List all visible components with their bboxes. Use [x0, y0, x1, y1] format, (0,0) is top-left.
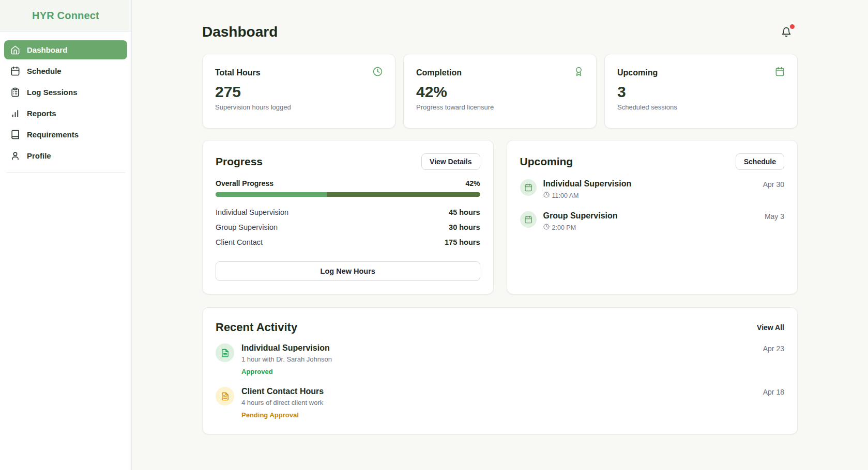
stat-card-total-hours: Total Hours 275 Supervision hours logged — [202, 54, 395, 129]
middle-row: Progress View Details Overall Progress 4… — [202, 140, 798, 294]
book-icon — [10, 130, 20, 139]
breakdown-label: Client Contact — [216, 238, 263, 246]
activity-description: 4 hours of direct client work — [241, 399, 756, 406]
breakdown-row: Individual Supervision 45 hours — [216, 208, 480, 216]
sidebar-item-profile[interactable]: Profile — [4, 146, 127, 165]
stat-label: Upcoming — [617, 68, 658, 77]
stat-value: 3 — [617, 83, 785, 101]
clock-icon — [543, 224, 550, 231]
session-time: 2:00 PM — [552, 224, 576, 231]
file-text-icon — [216, 343, 234, 362]
sidebar: HYR Connect Dashboard Schedule Log Sessi… — [0, 0, 132, 470]
session-date: May 3 — [765, 211, 784, 221]
sidebar-item-label: Reports — [27, 109, 56, 118]
session-date: Apr 30 — [763, 179, 784, 189]
breakdown-row: Client Contact 175 hours — [216, 238, 480, 246]
notification-dot — [790, 24, 795, 29]
clock-icon — [373, 67, 383, 79]
overall-progress-value: 42% — [465, 179, 480, 187]
status-badge: Approved — [241, 368, 756, 375]
sidebar-item-log-sessions[interactable]: Log Sessions — [4, 83, 127, 102]
session-time: 11:00 AM — [552, 192, 579, 199]
sidebar-item-label: Dashboard — [27, 45, 67, 54]
main-area: Dashboard Total Hours — [132, 0, 868, 470]
activity-row[interactable]: Individual Supervision 1 hour with Dr. S… — [216, 343, 784, 375]
progress-card-title: Progress — [216, 155, 263, 168]
breakdown-value: 45 hours — [449, 208, 480, 216]
bell-icon — [781, 31, 791, 39]
recent-activity-card: Recent Activity View All Individual Supe… — [202, 307, 798, 434]
view-details-button[interactable]: View Details — [421, 153, 480, 170]
stat-value: 42% — [416, 83, 584, 101]
activity-date: Apr 18 — [763, 387, 784, 396]
progress-bar — [216, 192, 480, 197]
session-title: Individual Supervision — [543, 179, 756, 189]
upcoming-card: Upcoming Schedule Individual Supervision — [507, 140, 798, 294]
stat-label: Total Hours — [215, 68, 261, 77]
sidebar-divider — [6, 173, 125, 173]
log-new-hours-button[interactable]: Log New Hours — [216, 261, 480, 281]
award-icon — [574, 67, 584, 79]
breakdown-row: Group Supervision 30 hours — [216, 223, 480, 231]
breakdown-label: Individual Supervision — [216, 208, 288, 216]
notifications-button[interactable] — [781, 27, 791, 39]
page-title: Dashboard — [202, 24, 278, 40]
sidebar-item-dashboard[interactable]: Dashboard — [4, 40, 127, 59]
stat-description: Supervision hours logged — [215, 103, 383, 111]
stat-description: Progress toward licensure — [416, 103, 584, 111]
bar-chart-icon — [10, 108, 20, 118]
breakdown-label: Group Supervision — [216, 223, 278, 231]
page-header: Dashboard — [202, 24, 798, 40]
stats-row: Total Hours 275 Supervision hours logged… — [202, 54, 798, 129]
activity-description: 1 hour with Dr. Sarah Johnson — [241, 355, 756, 363]
calendar-icon — [775, 67, 785, 79]
calendar-icon — [520, 211, 537, 228]
sidebar-item-requirements[interactable]: Requirements — [4, 125, 127, 144]
app-logo: HYR Connect — [32, 10, 99, 22]
upcoming-card-title: Upcoming — [520, 155, 573, 168]
view-all-button[interactable]: View All — [757, 323, 784, 332]
file-text-icon — [216, 387, 234, 405]
activity-title: Client Contact Hours — [241, 387, 756, 396]
calendar-icon — [10, 66, 20, 76]
progress-card: Progress View Details Overall Progress 4… — [202, 140, 494, 294]
calendar-icon — [520, 179, 537, 196]
overall-progress-label: Overall Progress — [216, 179, 273, 187]
progress-bar-fill — [216, 192, 327, 197]
status-badge: Pending Approval — [241, 411, 756, 419]
sidebar-item-label: Log Sessions — [27, 88, 78, 97]
stat-label: Completion — [416, 68, 462, 77]
recent-activity-title: Recent Activity — [216, 321, 297, 334]
stat-value: 275 — [215, 83, 383, 101]
clock-icon — [543, 192, 550, 199]
breakdown-value: 175 hours — [445, 238, 480, 246]
user-icon — [10, 151, 20, 161]
session-row[interactable]: Group Supervision 2:00 PM May 3 — [520, 211, 785, 231]
sidebar-nav: Dashboard Schedule Log Sessions Reports — [0, 32, 131, 173]
sidebar-header: HYR Connect — [0, 0, 131, 32]
session-title: Group Supervision — [543, 211, 758, 221]
app-root: HYR Connect Dashboard Schedule Log Sessi… — [0, 0, 868, 470]
sidebar-item-label: Requirements — [27, 130, 79, 139]
sidebar-item-label: Profile — [27, 151, 51, 160]
stat-card-upcoming: Upcoming 3 Scheduled sessions — [604, 54, 798, 129]
activity-date: Apr 23 — [763, 343, 784, 353]
stat-description: Scheduled sessions — [617, 103, 785, 111]
sidebar-item-reports[interactable]: Reports — [4, 104, 127, 123]
clipboard-list-icon — [10, 87, 20, 97]
schedule-button[interactable]: Schedule — [736, 153, 784, 170]
activity-title: Individual Supervision — [241, 343, 756, 353]
home-icon — [10, 45, 20, 55]
activity-row[interactable]: Client Contact Hours 4 hours of direct c… — [216, 387, 784, 419]
stat-card-completion: Completion 42% Progress toward licensure — [403, 54, 597, 129]
sidebar-item-schedule[interactable]: Schedule — [4, 61, 127, 81]
session-row[interactable]: Individual Supervision 11:00 AM Apr 30 — [520, 179, 785, 199]
content: Dashboard Total Hours — [202, 24, 798, 434]
sidebar-item-label: Schedule — [27, 67, 62, 75]
breakdown-value: 30 hours — [449, 223, 480, 231]
